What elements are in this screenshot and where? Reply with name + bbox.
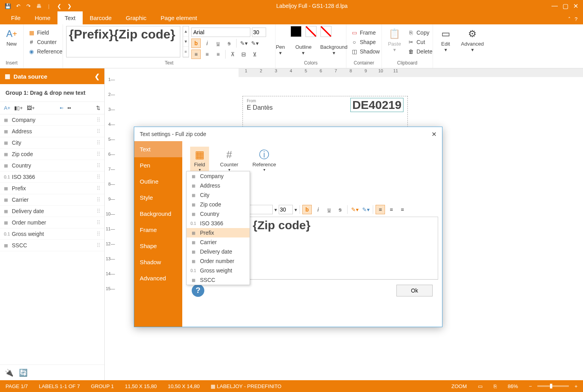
strike-button[interactable]: s: [224, 39, 234, 48]
insert-counter-button[interactable]: #Counter▾: [217, 147, 241, 173]
ds-item[interactable]: ▦Prefix⠿: [0, 183, 104, 194]
zoom-fit-icon[interactable]: ▭: [472, 383, 488, 389]
dropdown-item[interactable]: ▦Carrier: [187, 237, 250, 247]
zip-text-element[interactable]: DE40219: [350, 98, 403, 112]
dropdown-item[interactable]: ▦Delivery date: [187, 247, 250, 256]
dropdown-item[interactable]: ▦Prefix: [187, 228, 250, 237]
ds-item[interactable]: ▦City⠿: [0, 137, 104, 149]
insert-field-button[interactable]: ▦Field▾: [190, 147, 209, 173]
modal-nav-style[interactable]: Style: [134, 190, 182, 206]
reference-button[interactable]: ◉Reference: [27, 47, 64, 56]
editor-bold-button[interactable]: b: [302, 205, 312, 214]
ds-item[interactable]: ▦Country⠿: [0, 160, 104, 171]
preview-menu-icon[interactable]: ≡: [183, 47, 189, 57]
dropdown-item[interactable]: ▦Country: [187, 209, 250, 219]
plug-icon[interactable]: 🔌: [5, 368, 13, 377]
dropdown-item[interactable]: 0.1ISO 3366: [187, 219, 250, 228]
collapse-ribbon-icon[interactable]: ˄: [568, 16, 571, 22]
add-text-icon[interactable]: A+: [4, 105, 10, 111]
dropdown-item[interactable]: ▦City: [187, 190, 250, 200]
save-icon[interactable]: 💾: [5, 3, 11, 9]
align-right-button[interactable]: ≡: [213, 50, 223, 59]
tab-page-element[interactable]: Page element: [154, 11, 204, 24]
undo-icon[interactable]: ↶: [15, 3, 21, 9]
font-select[interactable]: [191, 28, 250, 37]
ds-item[interactable]: ▦Company⠿: [0, 114, 104, 126]
editor-size-select[interactable]: [279, 205, 293, 214]
editor-align-right-button[interactable]: ≡: [398, 205, 407, 214]
valign-bottom-button[interactable]: ⊻: [250, 50, 259, 59]
editor-underline-button[interactable]: u: [324, 205, 334, 214]
copy-button[interactable]: ⎘Copy: [406, 28, 434, 37]
editor-highlight-button[interactable]: ✎▾: [350, 205, 359, 214]
delete-button[interactable]: 🗑Delete: [406, 47, 434, 56]
underline-button[interactable]: u: [213, 39, 223, 48]
modal-nav-outline[interactable]: Outline: [134, 173, 182, 190]
label-canvas[interactable]: From E Dantès DE40219: [242, 96, 408, 131]
editor-align-left-button[interactable]: ≡: [376, 205, 385, 214]
valign-mid-button[interactable]: ⊟: [239, 50, 248, 59]
field-button[interactable]: ▦Field: [27, 28, 50, 37]
modal-nav-background[interactable]: Background: [134, 206, 182, 222]
add-barcode-icon[interactable]: ▮▯+: [14, 105, 23, 111]
collapse-panel-icon[interactable]: ❮: [94, 73, 100, 80]
help-icon[interactable]: ?: [575, 16, 577, 22]
pen-button[interactable]: Pen▾: [271, 42, 290, 57]
insert-reference-button[interactable]: ⓘReference▾: [249, 147, 279, 173]
modal-nav-frame[interactable]: Frame: [134, 222, 182, 238]
modal-nav-text[interactable]: Text: [134, 141, 182, 157]
bold-button[interactable]: b: [191, 39, 201, 48]
editor-align-center-button[interactable]: ≡: [387, 205, 396, 214]
modal-nav-pen[interactable]: Pen: [134, 157, 182, 173]
preview-down-icon[interactable]: ▼: [183, 37, 189, 47]
next-icon[interactable]: ❯: [66, 3, 72, 9]
dialog-help-button[interactable]: ?: [192, 284, 204, 297]
dropdown-item[interactable]: 0.1Gross weight: [187, 266, 250, 275]
size-select[interactable]: [252, 28, 266, 37]
ok-button[interactable]: Ok: [396, 285, 433, 296]
advanced-button[interactable]: ⚙Advanced▾: [460, 26, 485, 54]
zoom-out-button[interactable]: −: [524, 383, 538, 389]
sort-icon[interactable]: ⇅: [96, 105, 100, 111]
ds-item[interactable]: 0.1Gross weight⠿: [0, 228, 104, 240]
prev-icon[interactable]: ❮: [56, 3, 62, 9]
editor-textarea[interactable]: {Zip code}: [249, 217, 438, 280]
shape-button[interactable]: ○Shape: [350, 38, 377, 46]
edit-button[interactable]: ▭Edit▾: [436, 26, 455, 54]
align-center-button[interactable]: ≡: [202, 50, 212, 59]
refresh-icon[interactable]: 🔄: [19, 368, 28, 377]
frame-button[interactable]: ▭Frame: [350, 28, 377, 37]
close-button[interactable]: ✕: [573, 2, 578, 10]
modal-nav-shadow[interactable]: Shadow: [134, 254, 182, 270]
zoom-in-button[interactable]: +: [569, 383, 583, 389]
tab-barcode[interactable]: Barcode: [83, 11, 119, 24]
tab-file[interactable]: File: [4, 11, 28, 24]
ds-item[interactable]: ▦Carrier⠿: [0, 194, 104, 206]
ds-item[interactable]: ▦Order number⠿: [0, 217, 104, 228]
ds-item[interactable]: ▦Zip code⠿: [0, 149, 104, 160]
tab-graphic[interactable]: Graphic: [119, 11, 154, 24]
editor-font-select[interactable]: [249, 205, 273, 214]
editor-color-button[interactable]: ✎▾: [361, 205, 370, 214]
valign-top-button[interactable]: ⊼: [228, 50, 237, 59]
editor-strike-button[interactable]: s: [335, 205, 345, 214]
ds-item[interactable]: ▦Address⠿: [0, 126, 104, 137]
maximize-button[interactable]: ▢: [563, 2, 568, 10]
dropdown-item[interactable]: ▦Zip code: [187, 200, 250, 209]
dialog-close-button[interactable]: ✕: [431, 131, 437, 138]
modal-nav-advanced[interactable]: Advanced: [134, 270, 182, 286]
highlight-button[interactable]: ✎▾: [239, 39, 248, 48]
tab-text[interactable]: Text: [57, 11, 83, 24]
print-icon[interactable]: 🖶: [35, 3, 42, 9]
view-icon-1[interactable]: ▪▫: [60, 105, 63, 111]
italic-button[interactable]: i: [202, 39, 212, 48]
add-image-icon[interactable]: 🖼+: [27, 105, 35, 111]
zoom-page-icon[interactable]: ⎘: [488, 383, 502, 389]
modal-nav-shape[interactable]: Shape: [134, 238, 182, 254]
tab-home[interactable]: Home: [28, 11, 57, 24]
shadow-button[interactable]: ◫Shadow: [350, 47, 381, 56]
view-icon-2[interactable]: ▪▪: [67, 105, 71, 111]
ds-item[interactable]: 0.1ISO 3366⠿: [0, 171, 104, 183]
counter-button[interactable]: #Counter: [27, 38, 58, 46]
background-button[interactable]: Background▾: [317, 42, 350, 57]
